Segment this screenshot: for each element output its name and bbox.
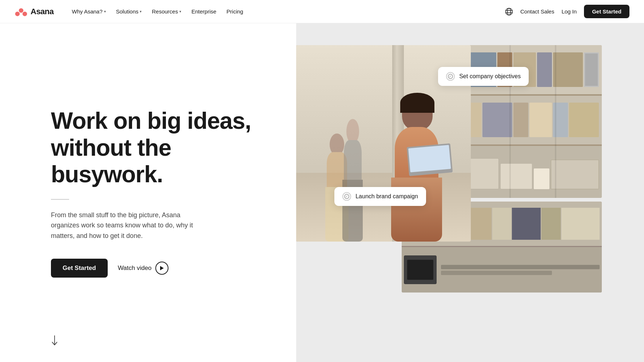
navbar: Asana Why Asana? ▾ Solutions ▾ Resources… xyxy=(0,0,644,23)
person-head xyxy=(402,96,433,130)
nav-why-asana[interactable]: Why Asana? ▾ xyxy=(68,6,110,17)
task-card-campaign: ✓ Launch brand campaign xyxy=(334,187,426,206)
nav-solutions[interactable]: Solutions ▾ xyxy=(112,6,146,17)
right-panel: ✓ Set company objectives ✓ Launch brand … xyxy=(296,23,644,362)
svg-point-1 xyxy=(15,12,20,16)
task-check-icon: ✓ xyxy=(446,72,455,81)
main-person-figure xyxy=(380,89,453,242)
globe-icon xyxy=(505,8,513,16)
nav-get-started-button[interactable]: Get Started xyxy=(584,5,629,18)
task-card-objectives: ✓ Set company objectives xyxy=(438,67,529,86)
watch-video-button[interactable]: Watch video xyxy=(118,262,168,275)
logo[interactable]: Asana xyxy=(15,7,54,17)
logo-text: Asana xyxy=(31,7,54,16)
hero-get-started-button[interactable]: Get Started xyxy=(51,259,108,278)
chevron-down-icon: ▾ xyxy=(104,9,106,13)
contact-sales-link[interactable]: Contact Sales xyxy=(520,8,554,15)
nav-links: Why Asana? ▾ Solutions ▾ Resources ▾ Ent… xyxy=(68,6,247,17)
task-objectives-label: Set company objectives xyxy=(459,73,521,80)
hero-description: From the small stuff to the big picture,… xyxy=(51,210,196,241)
play-icon xyxy=(155,262,168,275)
cta-row: Get Started Watch video xyxy=(51,259,267,278)
chevron-down-icon: ▾ xyxy=(179,9,181,13)
main-content: Work on big ideas, without the busywork.… xyxy=(0,0,644,362)
login-link[interactable]: Log In xyxy=(561,8,577,15)
background-person-2 xyxy=(340,118,365,242)
nav-pricing[interactable]: Pricing xyxy=(223,6,247,17)
scroll-down-arrow xyxy=(51,335,58,347)
hero-title: Work on big ideas, without the busywork. xyxy=(51,108,267,188)
nav-enterprise[interactable]: Enterprise xyxy=(188,6,220,17)
navbar-left: Asana Why Asana? ▾ Solutions ▾ Resources… xyxy=(15,6,247,17)
person-hair xyxy=(400,93,434,113)
left-panel: Work on big ideas, without the busywork.… xyxy=(0,23,296,362)
hero-divider xyxy=(51,199,69,200)
asana-logo-icon xyxy=(15,7,28,17)
chevron-down-icon: ▾ xyxy=(140,9,142,13)
svg-point-4 xyxy=(508,8,511,15)
laptop-prop xyxy=(406,143,453,176)
language-selector-button[interactable] xyxy=(505,8,513,16)
svg-point-2 xyxy=(23,12,27,16)
nav-resources[interactable]: Resources ▾ xyxy=(148,6,185,17)
svg-point-0 xyxy=(19,8,23,12)
navbar-right: Contact Sales Log In Get Started xyxy=(505,5,629,18)
svg-point-3 xyxy=(506,8,513,15)
task-check-icon-2: ✓ xyxy=(342,192,351,201)
task-campaign-label: Launch brand campaign xyxy=(355,193,418,200)
